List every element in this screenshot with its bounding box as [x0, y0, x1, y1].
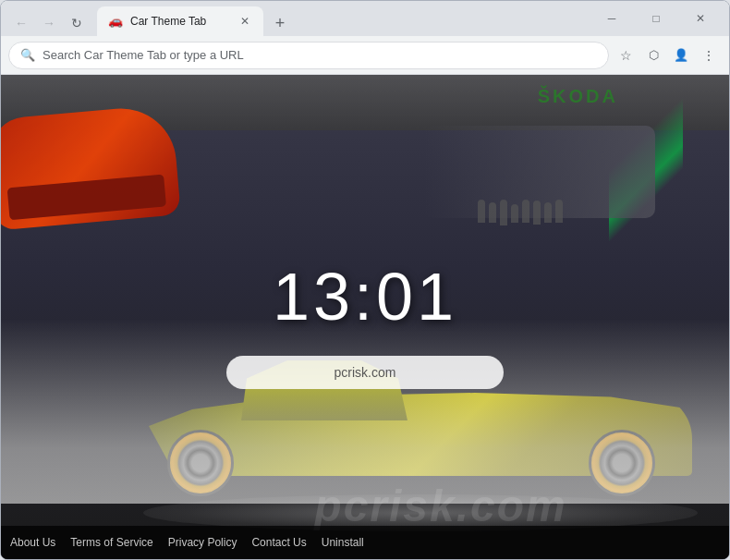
footer-uninstall[interactable]: Uninstall — [322, 536, 364, 549]
floor-watermark: pcrisk.com — [314, 481, 566, 531]
person-silhouette — [555, 200, 563, 223]
toolbar-right: ☆ ⬡ 👤 ⋮ — [613, 43, 722, 68]
person-silhouette — [522, 200, 529, 223]
page-content: ŠKODA pcris — [1, 75, 729, 559]
extensions-button[interactable]: ⬡ — [640, 43, 666, 68]
time-display: 13:01 — [273, 259, 457, 335]
person-silhouette — [533, 201, 541, 225]
search-icon: 🔍 — [20, 48, 35, 62]
tab-title: Car Theme Tab — [130, 15, 230, 28]
active-tab[interactable]: 🚗 Car Theme Tab ✕ — [97, 6, 263, 36]
forward-button[interactable]: → — [36, 10, 62, 36]
minimize-button[interactable]: ─ — [590, 4, 633, 33]
tab-favicon: 🚗 — [108, 14, 123, 29]
footer-about-us[interactable]: About Us — [10, 536, 55, 549]
skoda-sign: ŠKODA — [538, 86, 618, 107]
tab-bar: ← → ↻ 🚗 Car Theme Tab ✕ + — [8, 1, 590, 36]
nav-controls: ← → ↻ — [8, 10, 90, 36]
page-footer: About Us Terms of Service Privacy Policy… — [1, 526, 729, 559]
maximize-button[interactable]: □ — [635, 4, 677, 33]
menu-button[interactable]: ⋮ — [696, 43, 722, 68]
crowd — [478, 200, 563, 225]
address-bar: 🔍 Search Car Theme Tab or type a URL ☆ ⬡… — [1, 36, 729, 75]
person-silhouette — [478, 200, 485, 223]
title-bar: ← → ↻ 🚗 Car Theme Tab ✕ + ─ — [1, 1, 729, 36]
window-controls: ─ □ ✕ — [590, 4, 722, 33]
close-button[interactable]: ✕ — [679, 4, 722, 33]
profile-button[interactable]: 👤 — [668, 43, 694, 68]
person-silhouette — [489, 202, 496, 223]
reload-button[interactable]: ↻ — [64, 10, 90, 36]
footer-terms[interactable]: Terms of Service — [70, 536, 152, 549]
hall-floor — [1, 319, 729, 504]
tab-close-button[interactable]: ✕ — [237, 14, 252, 29]
person-silhouette — [500, 200, 507, 225]
bookmark-button[interactable]: ☆ — [613, 43, 639, 68]
footer-contact[interactable]: Contact Us — [251, 536, 306, 549]
footer-privacy[interactable]: Privacy Policy — [168, 536, 237, 549]
page-search-text: pcrisk.com — [335, 365, 396, 380]
person-silhouette — [544, 202, 552, 223]
new-tab-button[interactable]: + — [267, 10, 293, 36]
browser-window: ← → ↻ 🚗 Car Theme Tab ✕ + ─ — [0, 0, 730, 560]
back-button[interactable]: ← — [8, 10, 34, 36]
background-car-red — [1, 104, 181, 231]
person-silhouette — [511, 204, 518, 223]
address-text: Search Car Theme Tab or type a URL — [43, 48, 597, 62]
audience-area — [424, 126, 655, 218]
address-input-wrap[interactable]: 🔍 Search Car Theme Tab or type a URL — [8, 42, 609, 69]
page-search-box[interactable]: pcrisk.com — [226, 356, 504, 389]
